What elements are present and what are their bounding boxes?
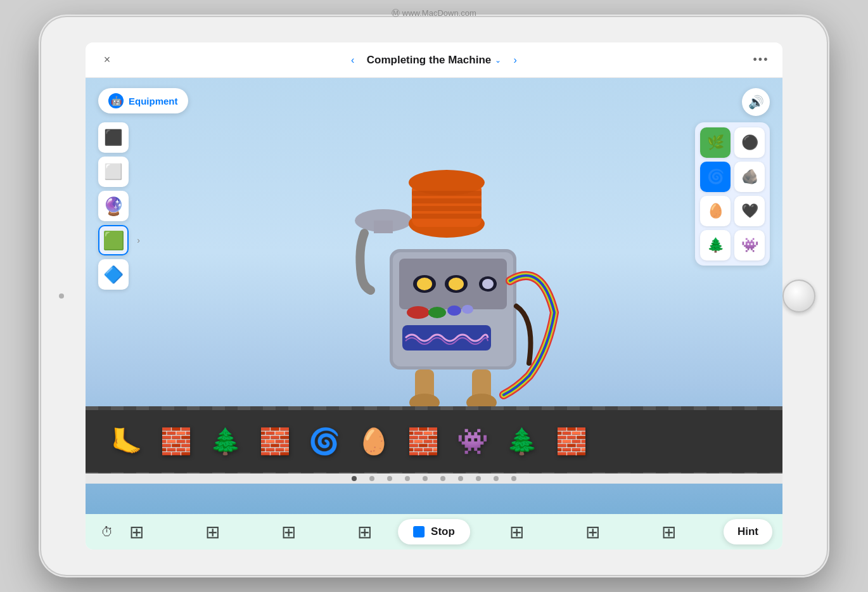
right-panel-item-3[interactable]: 🪨 bbox=[734, 162, 765, 192]
right-panel-icon-2: 🌀 bbox=[707, 169, 724, 185]
dot-4 bbox=[423, 476, 428, 481]
tool-item-3[interactable]: 🟩 › bbox=[98, 225, 129, 255]
stop-square-icon bbox=[413, 526, 424, 537]
dot-5 bbox=[440, 476, 445, 481]
next-button[interactable]: › bbox=[507, 53, 523, 68]
stop-button[interactable]: Stop bbox=[398, 519, 470, 544]
conveyor-items-row: 🦶 🧱 🌲 🧱 🌀 🥚 🧱 👾 🌲 🧱 bbox=[86, 411, 782, 471]
dot-7 bbox=[476, 476, 481, 481]
machine-svg bbox=[301, 122, 567, 414]
equipment-icon: 🤖 bbox=[108, 93, 124, 108]
page-title-container[interactable]: Completing the Machine ⌄ bbox=[367, 54, 501, 67]
dot-9 bbox=[511, 476, 516, 481]
dropdown-arrow-icon: ⌄ bbox=[495, 56, 501, 65]
svg-rect-7 bbox=[412, 206, 482, 211]
side-dot bbox=[59, 293, 64, 299]
right-panel-icon-3: 🪨 bbox=[741, 169, 758, 185]
home-button[interactable] bbox=[782, 280, 815, 312]
tool-item-2[interactable]: 🔮 bbox=[98, 191, 129, 221]
sound-icon: 🔊 bbox=[748, 94, 764, 110]
right-panel-item-1[interactable]: ⚫ bbox=[734, 127, 765, 158]
hint-label: Hint bbox=[737, 525, 758, 537]
top-bar: × ‹ Completing the Machine ⌄ › ••• bbox=[86, 42, 782, 78]
tool-icon-3: 🟩 bbox=[103, 230, 125, 251]
right-panel-icon-4: 🥚 bbox=[707, 203, 724, 219]
svg-point-21 bbox=[462, 305, 473, 314]
right-panel-item-4[interactable]: 🥚 bbox=[700, 196, 731, 226]
dot-6 bbox=[458, 476, 463, 481]
tool-icon-1: ⬜ bbox=[104, 163, 123, 181]
conv-item-7: 👾 bbox=[457, 427, 488, 456]
ipad-device: × ‹ Completing the Machine ⌄ › ••• bbox=[41, 17, 827, 575]
dot-8 bbox=[494, 476, 499, 481]
page-title: Completing the Machine bbox=[367, 54, 491, 67]
dot-3 bbox=[405, 476, 410, 481]
machine-container bbox=[301, 116, 567, 420]
tool-icon-0: ⬛ bbox=[104, 129, 123, 146]
tool-icon-4: 🔷 bbox=[103, 265, 124, 285]
right-panel-icon-0: 🌿 bbox=[707, 134, 724, 151]
conv-item-9: 🧱 bbox=[556, 427, 587, 456]
right-panel-item-0[interactable]: 🌿 bbox=[700, 127, 731, 158]
track-tower-2: ⊞ bbox=[276, 516, 301, 548]
tool-icon-2: 🔮 bbox=[103, 196, 125, 217]
svg-rect-1 bbox=[374, 221, 393, 233]
watermark-icon: Ⓜ bbox=[392, 8, 400, 18]
right-panel-item-7[interactable]: 👾 bbox=[734, 230, 765, 261]
watermark: Ⓜ www.MacDown.com bbox=[392, 8, 476, 19]
conv-item-1: 🧱 bbox=[160, 427, 192, 456]
conv-item-0: 🦶 bbox=[111, 427, 143, 456]
conv-item-4: 🌀 bbox=[309, 427, 340, 456]
svg-rect-5 bbox=[412, 191, 482, 196]
svg-point-17 bbox=[482, 279, 494, 289]
top-bar-left: × bbox=[98, 51, 116, 69]
svg-rect-6 bbox=[412, 198, 482, 203]
game-area: 🤖 Equipment 🔊 ⬛ ⬜ 🔮 🟩 › bbox=[86, 78, 782, 514]
right-panel-icon-5: 🖤 bbox=[741, 203, 758, 219]
tool-item-4[interactable]: 🔷 bbox=[98, 259, 129, 290]
track-tower-1: ⊞ bbox=[200, 516, 225, 548]
top-bar-center: ‹ Completing the Machine ⌄ › bbox=[345, 53, 523, 68]
tool-item-1[interactable]: ⬜ bbox=[98, 157, 129, 187]
conv-item-5: 🥚 bbox=[358, 427, 390, 456]
more-button[interactable]: ••• bbox=[752, 51, 770, 69]
right-panel-icon-1: ⚫ bbox=[741, 134, 758, 151]
svg-point-18 bbox=[407, 306, 430, 319]
equipment-button[interactable]: 🤖 Equipment bbox=[98, 88, 188, 113]
svg-point-20 bbox=[447, 306, 461, 316]
top-bar-right: ••• bbox=[752, 51, 770, 69]
svg-point-19 bbox=[428, 307, 446, 318]
svg-rect-8 bbox=[412, 214, 482, 219]
right-panel-icon-6: 🌲 bbox=[707, 237, 724, 254]
track-tower-6: ⊞ bbox=[580, 516, 605, 548]
track-tower-7: ⊞ bbox=[656, 516, 681, 548]
right-panel: 🌿 ⚫ 🌀 🪨 🥚 🖤 🌲 bbox=[695, 122, 770, 266]
conv-item-2: 🌲 bbox=[210, 427, 241, 456]
ipad-screen: × ‹ Completing the Machine ⌄ › ••• bbox=[86, 42, 782, 550]
right-panel-item-6[interactable]: 🌲 bbox=[700, 230, 731, 261]
svg-point-15 bbox=[449, 278, 464, 290]
svg-rect-22 bbox=[402, 325, 491, 351]
svg-point-13 bbox=[417, 278, 432, 290]
conv-item-6: 🧱 bbox=[407, 427, 439, 456]
conv-item-3: 🧱 bbox=[259, 427, 291, 456]
hint-button[interactable]: Hint bbox=[724, 519, 772, 544]
track-tower-0: ⊞ bbox=[124, 516, 149, 548]
left-toolbar: ⬛ ⬜ 🔮 🟩 › 🔷 bbox=[98, 122, 129, 290]
tool-item-0[interactable]: ⬛ bbox=[98, 122, 129, 153]
timer-icon: ⏱ bbox=[96, 520, 118, 543]
right-panel-item-5[interactable]: 🖤 bbox=[734, 196, 765, 226]
pagination-dots bbox=[86, 473, 782, 484]
stop-label: Stop bbox=[431, 525, 455, 538]
tool-arrow-icon: › bbox=[137, 235, 140, 245]
sound-button[interactable]: 🔊 bbox=[742, 88, 770, 116]
conv-item-8: 🌲 bbox=[506, 427, 538, 456]
close-button[interactable]: × bbox=[98, 51, 116, 69]
right-panel-item-2[interactable]: 🌀 bbox=[700, 162, 731, 192]
right-panel-icon-7: 👾 bbox=[741, 237, 758, 254]
bottom-bar: ⊞ ⊞ ⊞ ⊞ ⊞ ⊞ ⊞ ⊞ ⏱ Stop Hint bbox=[86, 514, 782, 550]
prev-button[interactable]: ‹ bbox=[345, 53, 361, 68]
dot-0 bbox=[352, 476, 357, 481]
dot-1 bbox=[369, 476, 374, 481]
track-tower-3: ⊞ bbox=[352, 516, 377, 548]
